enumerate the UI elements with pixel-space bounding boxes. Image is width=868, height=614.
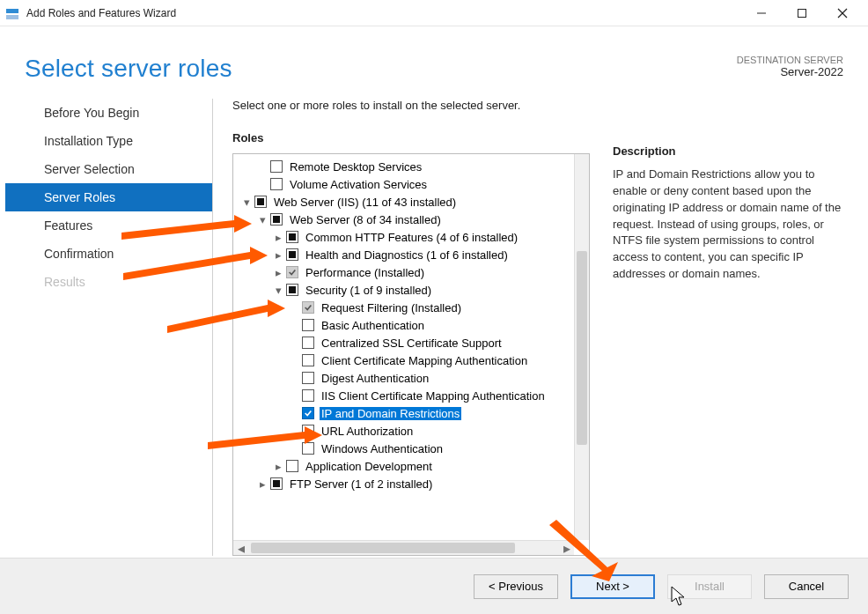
- svg-rect-0: [6, 9, 18, 13]
- tree-item-label: Common HTTP Features (4 of 6 installed): [304, 231, 519, 244]
- tree-row[interactable]: Centralized SSL Certificate Support: [240, 334, 574, 351]
- scroll-left-arrow[interactable]: ◂: [233, 541, 248, 555]
- tree-row[interactable]: ▸Health and Diagnostics (1 of 6 installe…: [240, 246, 574, 263]
- cancel-button[interactable]: Cancel: [764, 574, 849, 599]
- checkbox[interactable]: [302, 407, 314, 419]
- tree-row[interactable]: Client Certificate Mapping Authenticatio…: [240, 351, 574, 369]
- roles-tree-box: Remote Desktop ServicesVolume Activation…: [232, 153, 590, 556]
- instruction-text: Select one or more roles to install on t…: [232, 99, 590, 112]
- page-title: Select server roles: [25, 55, 232, 83]
- wizard-step[interactable]: Server Roles: [5, 183, 212, 211]
- svg-rect-3: [798, 9, 806, 17]
- destination-server: DESTINATION SERVER Server-2022: [737, 55, 843, 78]
- scrollbar-thumb[interactable]: [251, 543, 515, 553]
- tree-item-label: Basic Authentication: [320, 319, 426, 332]
- tree-row[interactable]: Volume Activation Services: [240, 175, 574, 193]
- checkbox[interactable]: [270, 178, 283, 190]
- tree-row[interactable]: Remote Desktop Services: [240, 158, 574, 175]
- svg-rect-1: [6, 15, 18, 19]
- next-button[interactable]: Next >: [570, 574, 655, 599]
- tree-item-label: Web Server (IIS) (11 of 43 installed): [272, 196, 458, 209]
- expander-closed-icon[interactable]: ▸: [272, 248, 284, 261]
- tree-row[interactable]: ▾Web Server (8 of 34 installed): [240, 211, 574, 228]
- tree-item-label: FTP Server (1 of 2 installed): [288, 477, 434, 491]
- scrollbar-thumb[interactable]: [577, 251, 587, 445]
- wizard-step[interactable]: Before You Begin: [5, 99, 212, 127]
- maximize-button[interactable]: [782, 0, 822, 26]
- expander-closed-icon[interactable]: ▸: [256, 477, 268, 490]
- checkbox[interactable]: [270, 213, 283, 226]
- checkbox[interactable]: [302, 354, 314, 366]
- scroll-right-arrow[interactable]: ▸: [559, 541, 574, 555]
- previous-button[interactable]: < Previous: [474, 574, 558, 599]
- tree-item-label: IIS Client Certificate Mapping Authentic…: [320, 389, 547, 403]
- tree-item-label: IP and Domain Restrictions: [320, 407, 461, 420]
- tree-item-label: Client Certificate Mapping Authenticatio…: [320, 354, 529, 367]
- wizard-step[interactable]: Features: [5, 211, 212, 240]
- horizontal-scrollbar[interactable]: ◂ ▸: [233, 540, 574, 555]
- checkbox[interactable]: [302, 337, 314, 349]
- roles-heading: Roles: [232, 131, 590, 144]
- tree-item-label: Web Server (8 of 34 installed): [288, 213, 443, 226]
- tree-item-label: Request Filtering (Installed): [320, 301, 463, 314]
- checkbox[interactable]: [286, 231, 298, 243]
- tree-row[interactable]: Digest Authentication: [240, 369, 574, 387]
- tree-item-label: Performance (Installed): [304, 266, 426, 279]
- checkbox[interactable]: [302, 372, 314, 384]
- tree-row[interactable]: ▸Common HTTP Features (4 of 6 installed): [240, 228, 574, 246]
- expander-open-icon[interactable]: ▾: [272, 284, 284, 296]
- tree-row[interactable]: IIS Client Certificate Mapping Authentic…: [240, 387, 574, 404]
- wizard-step[interactable]: Server Selection: [5, 155, 212, 183]
- wizard-footer: < Previous Next > Install Cancel: [0, 558, 868, 614]
- wizard-step[interactable]: Installation Type: [5, 127, 212, 155]
- checkbox[interactable]: [302, 425, 314, 437]
- checkbox[interactable]: [270, 160, 283, 173]
- tree-row[interactable]: Request Filtering (Installed): [240, 299, 574, 316]
- app-icon: [5, 6, 19, 20]
- expander-open-icon[interactable]: ▾: [256, 213, 268, 226]
- tree-row[interactable]: ▾Security (1 of 9 installed): [240, 281, 574, 299]
- tree-item-label: Security (1 of 9 installed): [304, 284, 433, 297]
- checkbox[interactable]: [286, 460, 298, 472]
- minimize-button[interactable]: [741, 0, 782, 26]
- window-title: Add Roles and Features Wizard: [26, 7, 176, 19]
- expander-closed-icon[interactable]: ▸: [272, 231, 284, 243]
- expander-closed-icon[interactable]: ▸: [272, 460, 284, 472]
- checkbox[interactable]: [302, 389, 314, 402]
- close-button[interactable]: [822, 0, 863, 26]
- tree-row[interactable]: ▸Application Development: [240, 457, 574, 475]
- tree-row[interactable]: URL Authorization: [240, 422, 574, 440]
- tree-item-label: Digest Authentication: [320, 372, 430, 385]
- destination-name: Server-2022: [737, 65, 843, 78]
- tree-item-label: Windows Authentication: [320, 442, 445, 455]
- tree-item-label: Health and Diagnostics (1 of 6 installed…: [304, 248, 510, 262]
- tree-row[interactable]: ▸FTP Server (1 of 2 installed): [240, 475, 574, 492]
- tree-row[interactable]: ▾Web Server (IIS) (11 of 43 installed): [240, 193, 574, 211]
- tree-row[interactable]: ▸Performance (Installed): [240, 263, 574, 281]
- checkbox[interactable]: [286, 248, 298, 261]
- vertical-scrollbar[interactable]: [574, 154, 589, 540]
- tree-item-label: URL Authorization: [320, 425, 415, 438]
- expander-open-icon[interactable]: ▾: [240, 196, 253, 208]
- tree-item-label: Centralized SSL Certificate Support: [320, 337, 504, 350]
- wizard-step: Results: [5, 268, 212, 296]
- destination-label: DESTINATION SERVER: [737, 55, 843, 65]
- checkbox[interactable]: [302, 319, 314, 331]
- checkbox[interactable]: [286, 266, 298, 278]
- wizard-step[interactable]: Confirmation: [5, 240, 212, 268]
- description-heading: Description: [613, 144, 843, 158]
- checkbox[interactable]: [270, 477, 283, 490]
- tree-item-label: Remote Desktop Services: [288, 160, 423, 174]
- checkbox[interactable]: [302, 442, 314, 455]
- tree-row[interactable]: Windows Authentication: [240, 440, 574, 457]
- tree-item-label: Application Development: [304, 460, 434, 473]
- wizard-sidebar: Before You BeginInstallation TypeServer …: [5, 99, 213, 556]
- description-text: IP and Domain Restrictions allow you to …: [613, 166, 843, 283]
- tree-item-label: Volume Activation Services: [288, 178, 429, 191]
- checkbox[interactable]: [286, 284, 298, 296]
- checkbox[interactable]: [254, 196, 267, 208]
- tree-row[interactable]: IP and Domain Restrictions: [240, 404, 574, 422]
- checkbox[interactable]: [302, 301, 314, 314]
- tree-row[interactable]: Basic Authentication: [240, 316, 574, 334]
- expander-closed-icon[interactable]: ▸: [272, 266, 284, 278]
